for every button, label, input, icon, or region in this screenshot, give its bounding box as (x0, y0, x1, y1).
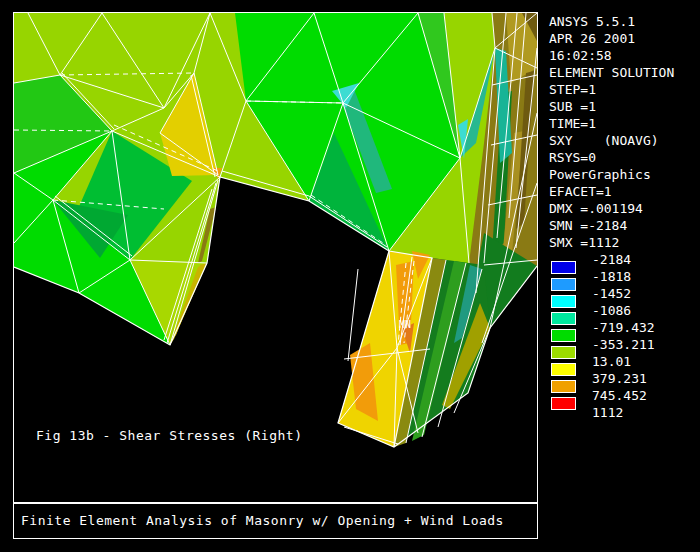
legend-swatch (551, 278, 576, 291)
sidebar-line: ANSYS 5.5.1 (549, 13, 697, 30)
sidebar-line: ELEMENT SOLUTION (549, 64, 697, 81)
legend-swatch (551, 397, 576, 410)
legend-swatch (551, 380, 576, 393)
min-stress-marker: MN (399, 319, 411, 330)
legend-swatch (551, 295, 576, 308)
sidebar-line: TIME=1 (549, 115, 697, 132)
sidebar-line: RSYS=0 (549, 149, 697, 166)
sidebar-line: SXY (NOAVG) (549, 132, 697, 149)
graphics-viewport: MN Fig 13b - Shear Stresses (Right) (13, 12, 538, 503)
sidebar-line: SUB =1 (549, 98, 697, 115)
solution-info-panel: ANSYS 5.5.1APR 26 200116:02:58ELEMENT SO… (549, 13, 697, 421)
legend-swatch (551, 329, 576, 342)
sidebar-line: EFACET=1 (549, 183, 697, 200)
sidebar-line: DMX =.001194 (549, 200, 697, 217)
legend-swatch (551, 312, 576, 325)
sidebar-line: SMN =-2184 (549, 217, 697, 234)
analysis-title: Finite Element Analysis of Masonry w/ Op… (21, 504, 504, 537)
legend-swatch (551, 261, 576, 274)
legend-swatch (551, 363, 576, 376)
sidebar-line: PowerGraphics (549, 166, 697, 183)
sidebar-line: SMX =1112 (549, 234, 697, 251)
title-bar: Finite Element Analysis of Masonry w/ Op… (13, 503, 538, 539)
sidebar-line: STEP=1 (549, 81, 697, 98)
sidebar-line: 16:02:58 (549, 47, 697, 64)
info-lines: ANSYS 5.5.1APR 26 200116:02:58ELEMENT SO… (549, 13, 697, 421)
ansys-screen: MN Fig 13b - Shear Stresses (Right) Fini… (0, 0, 700, 552)
legend-swatch (551, 346, 576, 359)
figure-caption: Fig 13b - Shear Stresses (Right) (36, 428, 302, 443)
sidebar-line: APR 26 2001 (549, 30, 697, 47)
